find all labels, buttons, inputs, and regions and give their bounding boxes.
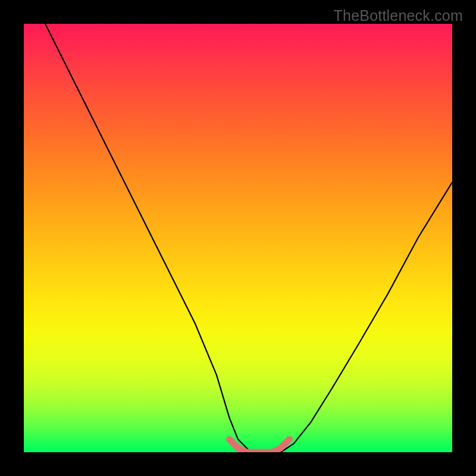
highlight-flat-bottom <box>230 439 290 452</box>
bottleneck-curve <box>45 24 452 452</box>
plot-area <box>24 24 452 452</box>
curve-layer <box>24 24 452 452</box>
chart-frame: TheBottleneck.com <box>0 0 476 476</box>
watermark-text: TheBottleneck.com <box>334 7 463 24</box>
